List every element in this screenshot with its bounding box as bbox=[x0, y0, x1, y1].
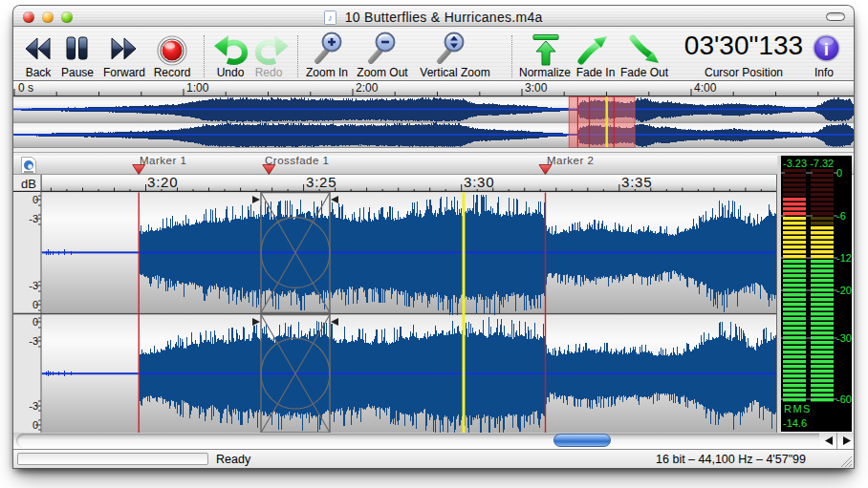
svg-text:dB: dB bbox=[21, 177, 36, 191]
svg-text:Marker 1: Marker 1 bbox=[140, 156, 186, 166]
svg-text:3:30: 3:30 bbox=[464, 174, 494, 190]
svg-text:1:00: 1:00 bbox=[186, 81, 209, 95]
svg-text:♪: ♪ bbox=[328, 12, 333, 23]
svg-text:-30: -30 bbox=[836, 332, 852, 344]
svg-text:2:00: 2:00 bbox=[356, 81, 379, 95]
svg-text:Marker 2: Marker 2 bbox=[547, 156, 594, 166]
svg-text:-6: -6 bbox=[836, 210, 846, 222]
svg-text:-20: -20 bbox=[836, 285, 852, 296]
svg-text:Crossfade 1: Crossfade 1 bbox=[265, 156, 330, 166]
svg-text:4:00: 4:00 bbox=[694, 81, 717, 95]
svg-text:3:00: 3:00 bbox=[525, 81, 548, 95]
svg-text:3:35: 3:35 bbox=[621, 174, 652, 190]
svg-text:RMS: RMS bbox=[784, 403, 812, 414]
svg-text:i: i bbox=[824, 39, 829, 59]
svg-text:-14.6: -14.6 bbox=[783, 417, 807, 429]
svg-text:-12: -12 bbox=[836, 252, 852, 264]
svg-text:0 s: 0 s bbox=[18, 81, 33, 95]
svg-text:-60: -60 bbox=[836, 393, 852, 405]
svg-text:3:20: 3:20 bbox=[147, 174, 178, 190]
svg-text:-3.23 -7.32: -3.23 -7.32 bbox=[783, 158, 834, 169]
svg-text:3:25: 3:25 bbox=[306, 174, 336, 190]
